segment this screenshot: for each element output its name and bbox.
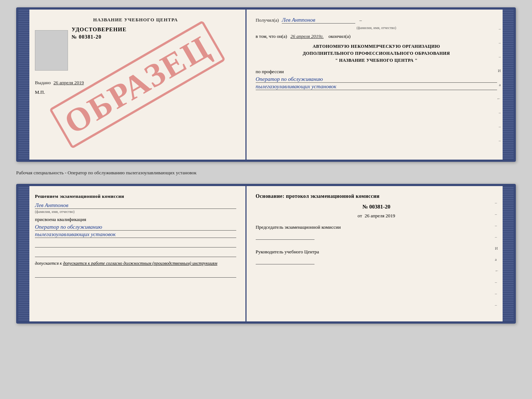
decision-name: Лев Антпонов <box>35 202 236 209</box>
chairman-block: Председатель экзаменационной комиссии <box>256 224 497 243</box>
bottom-qualification-line2: пылегазоулавливающих установок <box>35 231 236 238</box>
org-title-left: НАЗВАНИЕ УЧЕБНОГО ЦЕНТРА <box>35 17 236 23</box>
issued-line: Выдано 26 апреля 2019 <box>35 80 236 86</box>
separator-text: Рабочая специальность - Оператор по обсл… <box>16 168 516 177</box>
date-value: 26 апреля 2019г. <box>291 33 324 39</box>
top-left-page: НАЗВАНИЕ УЧЕБНОГО ЦЕНТРА УДОСТОВЕРЕНИЕ №… <box>29 10 247 160</box>
assigned-label: присвоена квалификация <box>35 217 236 222</box>
protocol-date-prefix: от <box>357 213 362 218</box>
admitted-prefix: допускается к <box>35 261 63 266</box>
head-sign-line <box>256 257 314 264</box>
recipient-line: Получил(а) Лев Антпонов – <box>256 17 497 24</box>
decision-text: Решением экзаменационной комиссии <box>35 193 236 199</box>
basis-title: Основание: протокол экзаменационной коми… <box>256 193 497 199</box>
top-right-page: Получил(а) Лев Антпонов – (фамилия, имя,… <box>247 10 503 160</box>
org-line2: ДОПОЛНИТЕЛЬНОГО ПРОФЕССИОНАЛЬНОГО ОБРАЗО… <box>256 50 497 57</box>
chairman-label: Председатель экзаменационной комиссии <box>256 224 497 230</box>
org-line1: АВТОНОМНУЮ НЕКОММЕРЧЕСКУЮ ОРГАНИЗАЦИЮ <box>256 43 497 50</box>
bottom-left-page: Решением экзаменационной комиссии Лев Ан… <box>29 186 247 321</box>
bottom-spine-right <box>503 186 514 321</box>
profession-label: по профессии <box>256 69 497 75</box>
protocol-number: № 00381-20 <box>256 204 497 210</box>
issued-date: 26 апреля 2019 <box>54 80 84 85</box>
admitted-text: допускается к допускается к работе согла… <box>35 260 236 267</box>
name-caption-top: (фамилия, имя, отчество) <box>256 26 497 30</box>
bottom-name-caption: (фамилия, имя, отчество) <box>35 210 236 214</box>
finished-label: окончил(а) <box>328 33 351 39</box>
date-line: в том, что он(а) 26 апреля 2019г. окончи… <box>256 33 497 39</box>
bottom-qualification-line1: Оператор по обслуживанию <box>35 224 236 231</box>
right-margin-marks: – – – И а ← – – – <box>481 10 503 160</box>
sign-line-3 <box>35 270 236 278</box>
bottom-right-margin-marks: – – – – И а ← – – – <box>493 186 501 321</box>
spine-right <box>503 10 514 160</box>
sign-line-1 <box>35 240 236 247</box>
sign-line-2 <box>35 250 236 257</box>
bottom-certificate-book: Решением экзаменационной комиссии Лев Ан… <box>16 184 516 324</box>
photo-placeholder <box>35 30 68 71</box>
profession-line1: Оператор по обслуживанию <box>256 76 497 83</box>
protocol-date: от 26 апреля 2019 <box>256 213 497 219</box>
chairman-sign-line <box>256 232 314 240</box>
bottom-right-page: Основание: протокол экзаменационной коми… <box>247 186 503 321</box>
profession-line2: пылегазоулавливающих установок <box>256 83 497 90</box>
protocol-date-value: 26 апреля 2019 <box>365 213 395 218</box>
received-label: Получил(а) <box>256 17 279 23</box>
head-label: Руководитель учебного Центра <box>256 249 497 255</box>
bottom-spine-left <box>18 186 29 321</box>
top-certificate-book: НАЗВАНИЕ УЧЕБНОГО ЦЕНТРА УДОСТОВЕРЕНИЕ №… <box>16 7 516 162</box>
mp-line: М.П. <box>35 89 236 95</box>
issued-label: Выдано <box>35 80 51 85</box>
mp-label: М.П. <box>35 89 45 95</box>
head-block: Руководитель учебного Центра <box>256 249 497 268</box>
org-line3: " НАЗВАНИЕ УЧЕБНОГО ЦЕНТРА " <box>256 57 497 64</box>
recipient-name: Лев Антпонов <box>282 17 355 24</box>
date-prefix: в том, что он(а) <box>256 33 287 39</box>
spine-left <box>18 10 29 160</box>
admitted-value: допускается к работе согласно должностны… <box>63 261 217 266</box>
org-block: АВТОНОМНУЮ НЕКОММЕРЧЕСКУЮ ОРГАНИЗАЦИЮ ДО… <box>256 43 497 64</box>
